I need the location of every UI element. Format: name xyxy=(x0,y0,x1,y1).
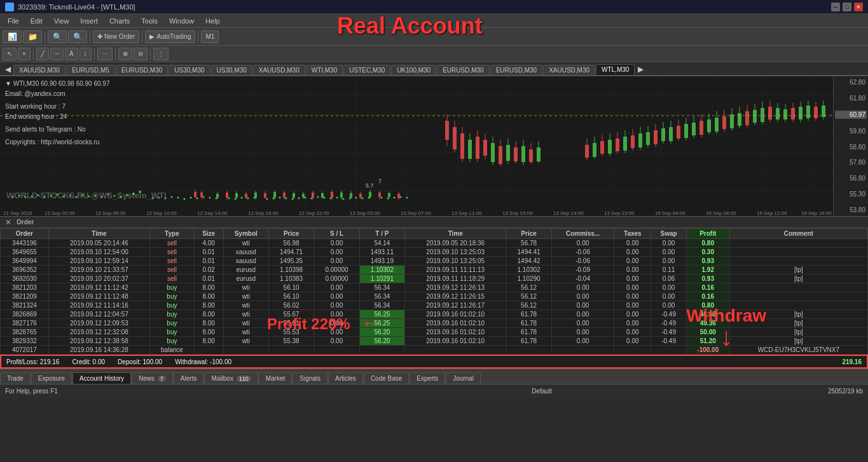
cell-commission xyxy=(551,346,614,355)
panel-close-button[interactable]: ✕ xyxy=(3,218,14,227)
cell-closeprice: 56.12 xyxy=(506,301,551,310)
tab-codebase[interactable]: Code Base xyxy=(364,372,409,384)
tab-exposure[interactable]: Exposure xyxy=(31,372,72,384)
zoom-in-button[interactable]: 🔍 xyxy=(48,31,67,43)
cell-opentime: 2019.09.10 12:54:00 xyxy=(48,248,149,257)
line-icon: ╱ xyxy=(41,50,45,57)
menu-file[interactable]: File xyxy=(3,16,24,26)
cell-type: sell xyxy=(150,257,195,266)
cell-symbol: eurusd xyxy=(223,275,268,283)
zoom-out-icon: 🔍 xyxy=(72,32,83,42)
cell-sl: 0.00000 xyxy=(314,266,359,275)
minimize-button[interactable]: ─ xyxy=(831,3,840,11)
cell-opentime: 2019.09.10 12:59:14 xyxy=(48,257,149,266)
cell-size: 8.00 xyxy=(194,310,223,319)
table-row: 3826869 2019.09.12 12:04:57 buy 8.00 wti… xyxy=(1,310,868,319)
cell-openprice: 56.98 xyxy=(268,239,313,248)
cell-symbol: wti xyxy=(223,292,268,301)
crosshair-button[interactable]: + xyxy=(18,48,31,60)
cell-profit: 0.16 xyxy=(686,283,729,292)
tab-market[interactable]: Market xyxy=(259,372,293,384)
line-button[interactable]: ╱ xyxy=(36,48,49,60)
tab-signals[interactable]: Signals xyxy=(293,372,327,384)
tab-xauusd-m30-2[interactable]: XAUUSD,M30 xyxy=(253,65,305,75)
cursor-button[interactable]: ↖ xyxy=(3,48,17,60)
trades-body: 3443196 2019.09.05 20:14:46 sell 4.00 wt… xyxy=(1,239,868,355)
tab-us30-m30-2[interactable]: US30,M30 xyxy=(211,65,252,75)
tab-eurusd-m30-1[interactable]: EURUSD,M30 xyxy=(116,65,168,75)
price-57: 56.80 xyxy=(835,175,867,182)
menu-edit[interactable]: Edit xyxy=(25,16,48,26)
tab-mailbox[interactable]: Mailbox 110 xyxy=(204,372,258,384)
trades-table-wrapper[interactable]: Order Time Type Size Symbol Price S / L … xyxy=(0,228,868,355)
tab-ustec-m30[interactable]: USTEC,M30 xyxy=(343,65,390,75)
open-button[interactable]: 📁 xyxy=(23,31,42,43)
svg-point-71 xyxy=(336,197,338,199)
arrow-button[interactable]: ↕ xyxy=(79,48,92,60)
tab-scroll-right[interactable]: ▶ xyxy=(635,64,646,75)
period-sep-button[interactable]: ⋮ xyxy=(153,48,169,60)
tab-wtl-m30-active[interactable]: WTL,M30 xyxy=(596,64,635,75)
maximize-button[interactable]: □ xyxy=(843,3,851,11)
tab-us30-m30-1[interactable]: US30,M30 xyxy=(169,65,210,75)
cell-order: 3829332 xyxy=(1,337,49,346)
cell-closeprice: 1494.42 xyxy=(506,257,551,266)
svg-text:12 Sep 10:00: 12 Sep 10:00 xyxy=(146,210,177,216)
new-chart-icon: 📊 xyxy=(7,32,17,42)
tab-eurusd-m5[interactable]: EURUSD,M5 xyxy=(66,65,115,75)
tab-scroll-left[interactable]: ◀ xyxy=(3,64,13,75)
tab-articles[interactable]: Articles xyxy=(328,372,363,384)
col-symbol: Symbol xyxy=(223,229,268,239)
cell-sl: 0.00 xyxy=(314,257,359,266)
menu-tools[interactable]: Tools xyxy=(136,16,163,26)
cell-symbol: xauusd xyxy=(223,248,268,257)
zoom-in-icon: 🔍 xyxy=(52,32,62,42)
credit-value: Credit: 0.00 xyxy=(72,358,105,365)
cell-taxes: 0.00 xyxy=(614,319,651,328)
autotrading-icon: ▶ xyxy=(149,33,155,40)
zoom-out2-button[interactable]: ⊖ xyxy=(134,48,148,60)
zoom-in2-button[interactable]: ⊕ xyxy=(118,48,132,60)
cell-commission: 0.00 xyxy=(551,328,614,337)
col-closeprice: Price xyxy=(506,229,551,239)
tab-uk100-m30[interactable]: UK100,M30 xyxy=(391,65,436,75)
table-row: 3649994 2019.09.10 12:59:14 sell 0.01 xa… xyxy=(1,257,868,266)
cell-closetime: 2019.09.16 01:02:10 xyxy=(405,328,506,337)
text-button[interactable]: A xyxy=(65,48,78,60)
tab-wti-m30[interactable]: WTI,M30 xyxy=(306,65,343,75)
cell-comment: [tp] xyxy=(729,337,867,346)
svg-point-50 xyxy=(190,197,192,199)
new-order-button[interactable]: ✚ New Order xyxy=(93,31,139,43)
new-chart-button[interactable]: 📊 xyxy=(3,31,22,43)
timeframe-button[interactable]: M1 xyxy=(201,31,219,43)
tab-xauusd-m30-1[interactable]: XAUUSD,M30 xyxy=(13,65,65,75)
hline-button[interactable]: ─ xyxy=(50,48,64,60)
cell-size xyxy=(194,346,223,355)
cell-closeprice: 61.78 xyxy=(506,319,551,328)
menu-charts[interactable]: Charts xyxy=(104,16,135,26)
cell-size: 8.00 xyxy=(194,337,223,346)
fib-button[interactable]: ⋯ xyxy=(97,48,113,60)
tab-news[interactable]: News 7 xyxy=(132,372,173,384)
tab-account-history[interactable]: Account History xyxy=(72,372,131,384)
menu-help[interactable]: Help xyxy=(200,16,225,26)
tab-eurusd-m30-2[interactable]: EURUSD,M30 xyxy=(437,65,489,75)
cell-profit: 50.00 xyxy=(686,328,729,337)
pl-summary-bar: Profit/Loss: 219.16 Credit: 0.00 Deposit… xyxy=(0,355,868,369)
tab-eurusd-m30-3[interactable]: EURUSD,M30 xyxy=(490,65,542,75)
zoom-out-button[interactable]: 🔍 xyxy=(68,31,87,43)
menu-window[interactable]: Window xyxy=(164,16,199,26)
tab-journal[interactable]: Journal xyxy=(446,372,481,384)
close-button[interactable]: ✕ xyxy=(854,3,863,11)
tab-alerts[interactable]: Alerts xyxy=(174,372,204,384)
cell-closeprice: 56.12 xyxy=(506,292,551,301)
menu-view[interactable]: View xyxy=(49,16,74,26)
tab-xauusd-m30-3[interactable]: XAUUSD,M30 xyxy=(543,65,595,75)
autotrading-button[interactable]: ▶ AutoTrading xyxy=(145,31,195,43)
cell-closetime: 2019.09.10 13:25:03 xyxy=(405,248,506,257)
tab-trade[interactable]: Trade xyxy=(0,372,31,384)
tab-experts[interactable]: Experts xyxy=(410,372,445,384)
cell-sl xyxy=(314,346,359,355)
menu-insert[interactable]: Insert xyxy=(75,16,103,26)
cell-comment xyxy=(729,257,867,266)
